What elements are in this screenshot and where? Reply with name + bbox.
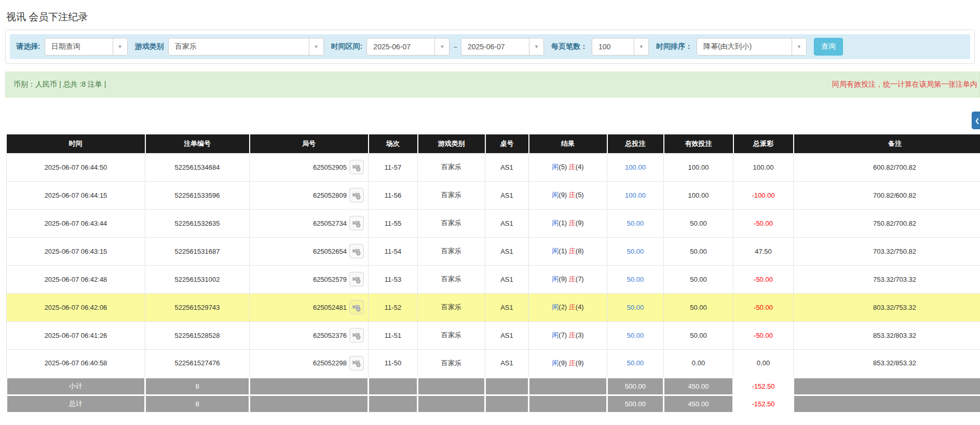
total-row-empty-result: [529, 395, 607, 413]
player-result-label: 闲: [552, 275, 559, 283]
banker-result-label: 庄: [569, 247, 576, 255]
round-id-text: 625052376: [313, 332, 347, 339]
subtotal-row-empty-game: [418, 377, 485, 395]
total-bet-link[interactable]: 50.00: [627, 359, 644, 367]
column-header-9: 总派彩: [733, 134, 794, 153]
cell-total-bet: 100.00: [607, 181, 664, 209]
table-row: 2025-06-07 06:42:48522561531002625052579…: [7, 265, 980, 293]
cell-game-type: 百家乐: [418, 209, 485, 237]
payout-value: -50.00: [754, 332, 773, 339]
cell-remark: 750.82/700.82: [794, 209, 980, 237]
table-header-row: 时间注单编号局号场次游戏类别桌号结果总投注有效投注总派彩备注: [7, 134, 980, 153]
cell-valid-bet: 50.00: [664, 209, 733, 237]
column-header-4: 游戏类别: [418, 134, 485, 153]
video-camera-icon: [352, 275, 362, 284]
subtotal-row-total-bet: 500.00: [607, 377, 664, 395]
cell-total-bet: 50.00: [607, 321, 664, 349]
cell-remark: 700.82/600.82: [794, 181, 980, 209]
query-type-select[interactable]: 日期查询 ▼: [45, 38, 128, 56]
cell-valid-bet: 50.00: [664, 265, 733, 293]
cell-result: 闲(2) 庄(4): [529, 293, 607, 321]
query-button[interactable]: 查询: [814, 38, 843, 56]
cell-total-bet: 50.00: [607, 209, 664, 237]
total-bet-link[interactable]: 50.00: [627, 220, 644, 227]
cell-time: 2025-06-07 06:43:44: [7, 209, 145, 237]
date-from-select[interactable]: 2025-06-07 ▼: [366, 38, 450, 56]
sort-order-select[interactable]: 降幂(由大到小) ▼: [697, 38, 807, 56]
cell-order-id: 522561529743: [145, 293, 250, 321]
total-bet-link[interactable]: 50.00: [627, 332, 644, 339]
cell-total-bet: 50.00: [607, 237, 664, 265]
video-camera-icon: [352, 190, 362, 200]
payout-value: 47.50: [755, 248, 772, 255]
total-row-total-bet: 500.00: [607, 395, 664, 413]
table-row: 2025-06-07 06:43:44522561532635625052734…: [7, 209, 980, 237]
cell-payout: 100.00: [733, 153, 794, 181]
total-row-label: 总计: [7, 395, 145, 413]
cell-order-id: 522561528528: [145, 321, 250, 349]
filter-panel: 请选择: 日期查询 ▼ 游戏类别 百家乐 ▼ 时间区间: 2025-06-07 …: [5, 30, 975, 64]
subtotal-row-empty-round: [250, 377, 369, 395]
banker-result-value: (8): [576, 247, 584, 255]
round-id-text: 625052298: [313, 359, 347, 367]
video-replay-button[interactable]: [349, 300, 364, 314]
cell-payout: -50.00: [733, 293, 794, 321]
cell-total-bet: 50.00: [607, 293, 664, 321]
cell-order-id: 522561531002: [145, 265, 250, 293]
cell-remark: 853.32/853.32: [794, 349, 980, 377]
video-replay-button[interactable]: [349, 216, 364, 230]
cell-game-type: 百家乐: [418, 265, 485, 293]
cell-valid-bet: 100.00: [664, 153, 733, 181]
video-replay-button[interactable]: [349, 188, 364, 202]
cell-round-id: 625052298: [250, 349, 369, 377]
video-replay-button[interactable]: [349, 356, 364, 371]
video-replay-button[interactable]: [349, 272, 364, 286]
subtotal-row-label: 小计: [7, 377, 145, 395]
column-header-10: 备注: [794, 134, 980, 153]
game-type-select[interactable]: 百家乐 ▼: [168, 38, 324, 56]
cell-table-no: AS1: [485, 209, 529, 237]
subtotal-row-empty-remark: [794, 377, 980, 395]
payout-total-value: -152.50: [752, 382, 774, 390]
player-result-value: (5): [559, 163, 567, 171]
edge-action-button[interactable]: ❮: [972, 112, 980, 129]
cell-order-id: 522561534684: [145, 153, 250, 181]
page-size-label: 每页笔数：: [551, 42, 588, 51]
cell-round-id: 625052654: [250, 237, 369, 265]
player-result-value: (2): [559, 303, 567, 311]
cell-total-bet: 50.00: [607, 265, 664, 293]
player-result-value: (9): [559, 359, 567, 367]
total-bet-link[interactable]: 100.00: [625, 191, 646, 199]
video-replay-button[interactable]: [349, 328, 364, 342]
cell-round-id: 625052905: [250, 153, 369, 181]
video-camera-icon: [352, 218, 362, 228]
round-id-text: 625052579: [313, 276, 347, 283]
total-bet-link[interactable]: 50.00: [627, 248, 644, 255]
cell-order-id: 522561531687: [145, 237, 250, 265]
total-row-empty-session: [369, 395, 418, 413]
column-header-5: 桌号: [485, 134, 529, 153]
total-row: 总计8500.00450.00-152.50: [7, 395, 980, 413]
banker-result-label: 庄: [569, 191, 576, 199]
date-to-select[interactable]: 2025-06-07 ▼: [461, 38, 544, 56]
total-bet-link[interactable]: 100.00: [625, 163, 646, 171]
subtotal-row-count: 8: [145, 377, 250, 395]
round-id-text: 625052809: [313, 191, 347, 199]
cell-game-type: 百家乐: [418, 321, 485, 349]
video-camera-icon: [352, 303, 362, 312]
banker-result-value: (9): [576, 219, 584, 227]
video-replay-button[interactable]: [349, 244, 364, 258]
cell-remark: 753.32/703.32: [794, 265, 980, 293]
cell-valid-bet: 100.00: [664, 181, 733, 209]
round-id-text: 625052481: [313, 304, 347, 311]
table-row: 2025-06-07 06:40:58522561527476625052298…: [7, 349, 980, 377]
chevron-down-icon: ▼: [309, 38, 323, 55]
page-size-select[interactable]: 100 ▼: [592, 38, 649, 56]
cell-session: 11-54: [369, 237, 418, 265]
video-replay-button[interactable]: [349, 160, 364, 174]
cell-time: 2025-06-07 06:44:50: [7, 153, 145, 181]
total-bet-link[interactable]: 50.00: [627, 304, 644, 311]
cell-session: 11-51: [369, 321, 418, 349]
banker-result-value: (4): [576, 303, 584, 311]
total-bet-link[interactable]: 50.00: [627, 276, 644, 283]
